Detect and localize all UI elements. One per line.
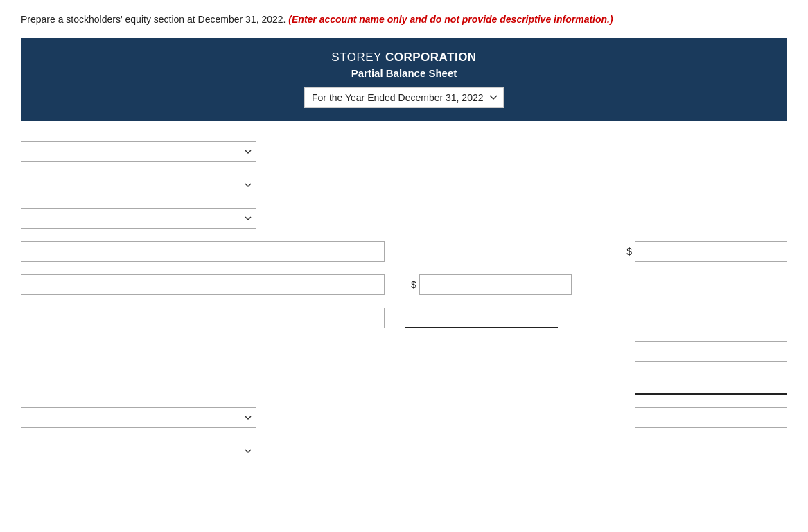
account-dropdown-10[interactable] xyxy=(21,441,256,461)
value-input-9-right[interactable] xyxy=(635,407,787,428)
value-input-6-mid[interactable] xyxy=(405,308,558,328)
header-section: STOREY CORPORATION Partial Balance Sheet… xyxy=(21,38,787,121)
form-row-9 xyxy=(21,407,787,428)
account-input-4[interactable] xyxy=(21,241,385,262)
account-input-6[interactable] xyxy=(21,308,385,328)
value-input-7-right[interactable] xyxy=(635,341,787,362)
row4-right-col: $ xyxy=(621,241,787,262)
value-input-5-mid[interactable] xyxy=(419,274,572,295)
dollar-sign-row4: $ xyxy=(626,246,632,257)
row9-right-col xyxy=(635,407,787,428)
dollar-sign-row5: $ xyxy=(411,279,416,290)
instruction-normal: Prepare a stockholders' equity section a… xyxy=(21,14,286,25)
form-row-6 xyxy=(21,308,787,328)
company-name-bold: CORPORATION xyxy=(385,51,477,64)
form-row-10 xyxy=(21,441,787,461)
account-input-5[interactable] xyxy=(21,274,385,295)
account-dropdown-1[interactable] xyxy=(21,141,256,162)
form-row-1 xyxy=(21,141,787,162)
value-input-4[interactable] xyxy=(635,241,787,262)
form-row-4: $ xyxy=(21,241,787,262)
company-name-normal: STOREY xyxy=(331,51,381,64)
account-dropdown-2[interactable] xyxy=(21,175,256,195)
row9-left-col xyxy=(21,407,385,428)
row4-left-col xyxy=(21,241,385,262)
row6-mid-col xyxy=(405,308,558,328)
account-dropdown-3[interactable] xyxy=(21,208,256,229)
form-row-5: $ xyxy=(21,274,787,295)
form-row-8 xyxy=(21,374,787,395)
form-row-3 xyxy=(21,208,787,229)
row5-mid-col: $ xyxy=(405,274,572,295)
instruction-text: Prepare a stockholders' equity section a… xyxy=(21,12,787,27)
company-title: STOREY CORPORATION xyxy=(35,51,773,64)
form-row-2 xyxy=(21,175,787,195)
form-row-7 xyxy=(21,341,787,362)
page-container: Prepare a stockholders' equity section a… xyxy=(0,0,808,488)
form-area: $ $ xyxy=(21,134,787,461)
account-dropdown-9[interactable] xyxy=(21,407,256,428)
sheet-subtitle: Partial Balance Sheet xyxy=(35,67,773,79)
row6-left-col xyxy=(21,308,385,328)
date-period-dropdown[interactable]: For the Year Ended December 31, 2022 At … xyxy=(304,87,504,108)
instruction-italic-red: (Enter account name only and do not prov… xyxy=(288,14,613,25)
row5-left-col xyxy=(21,274,385,295)
date-dropdown-container: For the Year Ended December 31, 2022 At … xyxy=(304,87,504,108)
value-input-8-right[interactable] xyxy=(635,374,787,395)
